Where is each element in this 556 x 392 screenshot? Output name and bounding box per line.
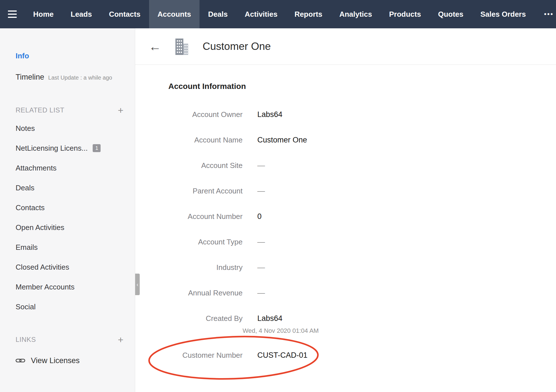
related-list: Notes NetLicensing Licens... 1 Attachmen… <box>16 118 124 317</box>
field-value: — <box>257 186 265 196</box>
sidebar-item-member-accounts[interactable]: Member Accounts <box>16 277 124 297</box>
sidebar-item-timeline[interactable]: Timeline Last Update : a while ago <box>16 73 124 82</box>
link-chain-icon <box>16 356 25 365</box>
list-item-label: Notes <box>16 124 35 133</box>
links-header: LINKS + <box>16 335 124 344</box>
account-information-section: Account Information Account Owner Labs64… <box>135 65 556 360</box>
field-account-owner: Account Owner Labs64 <box>168 110 556 119</box>
sidebar-item-social[interactable]: Social <box>16 297 124 317</box>
page-body: Info Timeline Last Update : a while ago … <box>0 28 556 392</box>
nav-item-quotes[interactable]: Quotes <box>430 0 472 28</box>
nav-item-deals[interactable]: Deals <box>200 0 236 28</box>
field-value: CUST-CAD-01 <box>257 350 307 360</box>
timeline-last-update: Last Update : a while ago <box>48 74 112 81</box>
field-value: — <box>257 288 265 298</box>
related-list-header: RELATED LIST + <box>16 105 124 115</box>
field-parent-account: Parent Account — <box>168 186 556 196</box>
sidebar-item-open-activities[interactable]: Open Activities <box>16 218 124 237</box>
field-account-name: Account Name Customer One <box>168 135 556 145</box>
sidebar: Info Timeline Last Update : a while ago … <box>0 28 135 392</box>
field-label: Industry <box>168 263 243 272</box>
related-list-title: RELATED LIST <box>16 106 64 114</box>
nav-more-icon[interactable]: ••• <box>534 0 556 28</box>
sidebar-item-deals[interactable]: Deals <box>16 178 124 198</box>
field-account-site: Account Site — <box>168 161 556 170</box>
field-value: Labs64 <box>257 110 283 119</box>
page-title: Customer One <box>203 41 271 52</box>
field-industry: Industry — <box>168 263 556 272</box>
nav-item-sales-orders[interactable]: Sales Orders <box>472 0 534 28</box>
list-item-label: Emails <box>16 243 38 252</box>
nav-item-home[interactable]: Home <box>25 0 62 28</box>
main-panel: ‹ ← <box>135 28 556 392</box>
field-value: — <box>257 237 265 247</box>
record-header: ← <box>135 28 556 65</box>
field-value: — <box>257 161 265 170</box>
field-label: Account Site <box>168 161 243 170</box>
list-item-label: Open Activities <box>16 223 64 232</box>
field-value: Labs64 <box>257 314 319 323</box>
field-label: Account Number <box>168 212 243 221</box>
field-label: Account Type <box>168 237 243 247</box>
field-label: Created By <box>168 314 243 323</box>
nav-item-leads[interactable]: Leads <box>62 0 100 28</box>
sidebar-collapse-handle[interactable]: ‹ <box>135 274 140 295</box>
field-account-type: Account Type — <box>168 237 556 247</box>
field-account-number: Account Number 0 <box>168 212 556 221</box>
field-value: Customer One <box>257 135 307 145</box>
field-annual-revenue: Annual Revenue — <box>168 288 556 298</box>
list-item-label: Social <box>16 302 36 311</box>
field-label: Account Name <box>168 135 243 145</box>
created-date: Wed, 4 Nov 2020 01:04 AM <box>243 327 319 335</box>
sidebar-item-emails[interactable]: Emails <box>16 237 124 257</box>
links-title: LINKS <box>16 336 36 344</box>
list-item-label: Contacts <box>16 203 45 212</box>
nav-item-contacts[interactable]: Contacts <box>100 0 149 28</box>
sidebar-link-view-licenses[interactable]: View Licenses <box>16 356 124 365</box>
list-item-label: Closed Activities <box>16 263 69 272</box>
sidebar-item-info[interactable]: Info <box>16 52 124 60</box>
field-label: Account Owner <box>168 110 243 119</box>
list-item-label: NetLicensing Licens... <box>16 144 88 153</box>
add-related-list-icon[interactable]: + <box>118 105 124 115</box>
top-navigation: Home Leads Contacts Accounts Deals Activ… <box>0 0 556 28</box>
back-arrow-icon[interactable]: ← <box>149 40 161 53</box>
sidebar-item-closed-activities[interactable]: Closed Activities <box>16 257 124 277</box>
timeline-label: Timeline <box>16 73 44 82</box>
nav-item-accounts[interactable]: Accounts <box>149 0 200 28</box>
field-customer-number: Customer Number CUST-CAD-01 <box>168 350 556 360</box>
field-value: 0 <box>257 212 262 221</box>
sidebar-item-contacts[interactable]: Contacts <box>16 198 124 218</box>
link-label: View Licenses <box>31 356 80 365</box>
building-icon <box>174 37 190 56</box>
count-badge: 1 <box>93 144 101 152</box>
add-link-icon[interactable]: + <box>118 335 124 344</box>
sidebar-item-notes[interactable]: Notes <box>16 118 124 138</box>
nav-item-products[interactable]: Products <box>381 0 430 28</box>
list-item-label: Member Accounts <box>16 283 75 291</box>
field-value: — <box>257 263 265 272</box>
section-title: Account Information <box>168 82 556 91</box>
sidebar-item-attachments[interactable]: Attachments <box>16 158 124 178</box>
list-item-label: Attachments <box>16 164 57 172</box>
field-label: Customer Number <box>168 350 243 360</box>
field-created-by: Created By Labs64 Wed, 4 Nov 2020 01:04 … <box>168 314 556 335</box>
nav-item-activities[interactable]: Activities <box>236 0 286 28</box>
field-label: Parent Account <box>168 186 243 196</box>
sidebar-item-netlicensing-licenses[interactable]: NetLicensing Licens... 1 <box>16 138 124 158</box>
nav-item-analytics[interactable]: Analytics <box>331 0 381 28</box>
list-item-label: Deals <box>16 184 34 192</box>
hamburger-menu-icon[interactable] <box>0 0 25 28</box>
field-label: Annual Revenue <box>168 288 243 298</box>
nav-item-reports[interactable]: Reports <box>286 0 331 28</box>
